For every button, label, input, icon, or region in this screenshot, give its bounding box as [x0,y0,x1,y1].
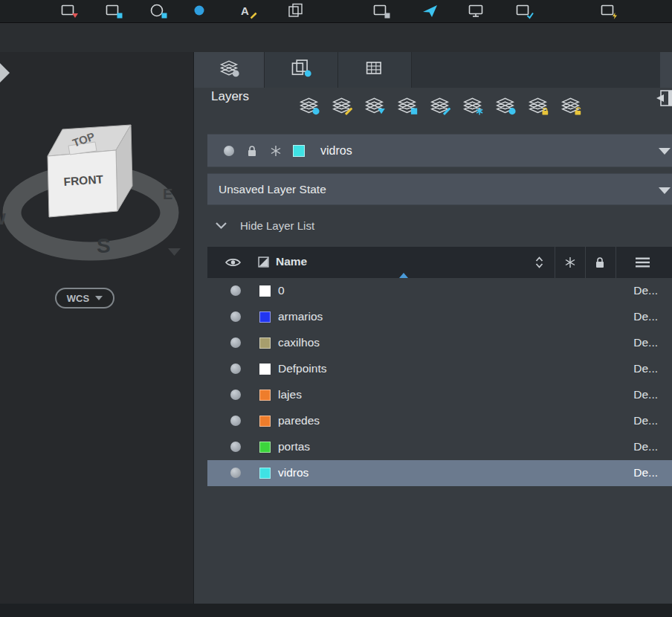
palette-tabs [194,52,672,88]
column-divider [616,247,616,278]
panel-title: Layers [211,89,249,104]
layer-state-value: Unsaved Layer State [219,183,326,196]
sort-carets-icon[interactable] [534,256,544,272]
layer-table-header[interactable]: Name [207,247,672,278]
auto-hide-pin-icon[interactable] [655,88,672,112]
layer-name: portas [278,440,310,453]
layer-off-icon[interactable] [493,92,517,119]
layer-previous-icon[interactable] [362,92,387,119]
table-row[interactable]: armarios De... [207,304,672,330]
tab-layers[interactable] [194,52,265,88]
action-macro-icon[interactable] [598,1,620,21]
wcs-label: WCS [67,293,89,304]
top-toolbar: A [0,0,672,23]
share-icon[interactable] [419,1,442,21]
hide-layer-list-toggle[interactable]: Hide Layer List [207,212,314,239]
chevron-down-icon[interactable] [659,148,671,155]
layer-on-indicator[interactable] [230,468,241,478]
layer-description: De... [633,388,658,401]
layer-freeze-icon[interactable] [460,92,485,119]
sheet-set-icon[interactable] [285,1,308,21]
table-row[interactable]: 0 De... [207,278,672,304]
layer-lock-icon[interactable] [526,92,550,119]
layer-state-dropdown[interactable]: Unsaved Layer State [207,173,672,205]
wcs-dropdown[interactable]: WCS [55,288,114,308]
layer-description: De... [633,362,658,375]
layer-isolate-icon[interactable] [395,92,419,119]
layer-unisolate-icon[interactable] [427,92,452,119]
standards-check-icon[interactable] [513,1,535,21]
current-layer-color-swatch[interactable] [293,145,305,157]
lock-column-icon[interactable] [595,256,605,271]
layer-unlock-icon[interactable] [558,92,583,119]
display-icon[interactable] [465,1,488,21]
table-row[interactable]: portas De... [207,434,672,460]
column-divider [585,247,586,278]
layout-icon[interactable] [103,1,125,21]
column-divider [555,247,555,278]
layer-name: armarios [278,310,323,323]
layer-on-indicator[interactable] [230,390,241,400]
layer-description: De... [633,284,658,297]
viewcube-south-label[interactable]: S [97,234,111,257]
layer-description: De... [633,466,658,479]
drawing-viewport[interactable]: W E S TOP FRONT WCS [0,52,193,604]
layer-name: vidros [278,466,308,479]
record-icon[interactable] [189,1,211,21]
layer-states-icon [290,58,312,82]
hamburger-menu-icon[interactable] [635,256,650,271]
viewcube-east-label[interactable]: E [163,186,172,202]
freeze-column-icon[interactable] [564,256,576,271]
layer-on-indicator[interactable] [230,416,241,426]
table-row[interactable]: vidros De... [207,460,672,486]
current-layer-bar[interactable]: vidros [207,134,672,167]
make-current-layer-icon[interactable] [297,92,321,119]
grid-icon [364,58,386,82]
layer-name: caxilhos [278,336,320,349]
layer-color-swatch[interactable] [259,311,271,323]
viewports-icon[interactable] [370,1,392,21]
tab-strip-stub [660,52,672,88]
hide-layer-list-label: Hide Layer List [240,219,314,232]
table-row[interactable]: paredes De... [207,408,672,434]
layer-on-indicator[interactable] [230,311,241,322]
layer-list: 0 De... armarios De... caxilhos De... De… [207,278,672,486]
layer-on-indicator[interactable] [230,285,241,296]
viewcube-west-label[interactable]: W [0,210,6,228]
layer-color-swatch[interactable] [259,364,271,375]
layer-color-swatch[interactable] [259,416,271,427]
visibility-column-eye-icon[interactable] [225,257,241,271]
chevron-down-icon [215,222,227,230]
layer-name: lajes [278,388,302,401]
layer-tools-row [297,92,583,119]
table-row[interactable]: Defpoints De... [207,356,672,382]
match-layer-icon[interactable] [329,92,354,119]
name-column-header[interactable]: Name [276,255,307,268]
color-column-icon[interactable] [258,256,269,271]
plot-icon[interactable] [58,1,80,21]
freeze-icon[interactable] [270,145,282,157]
viewcube-menu-arrow[interactable] [168,248,181,256]
text-style-icon[interactable]: A [236,1,259,21]
sort-indicator-icon [399,273,408,278]
layer-color-swatch[interactable] [259,468,271,479]
table-row[interactable]: lajes De... [207,382,672,408]
layer-color-swatch[interactable] [259,285,271,297]
table-row[interactable]: caxilhos De... [207,330,672,356]
bottom-bar [0,604,672,617]
refresh-icon[interactable] [147,1,169,21]
viewcube[interactable]: W E S TOP FRONT [0,112,193,275]
tab-layer-grid[interactable] [338,52,412,88]
chevron-down-icon[interactable] [659,187,671,194]
layer-on-indicator[interactable] [224,146,234,156]
layer-color-swatch[interactable] [259,390,271,401]
layer-color-swatch[interactable] [259,337,271,349]
layer-color-swatch[interactable] [259,442,271,453]
layer-on-indicator[interactable] [230,337,241,348]
viewport-edge-arrow [0,62,10,83]
layer-on-indicator[interactable] [230,442,241,452]
lock-icon[interactable] [247,145,257,157]
layer-name: Defpoints [278,362,326,375]
layer-on-indicator[interactable] [230,364,241,374]
tab-layer-states[interactable] [265,52,338,88]
